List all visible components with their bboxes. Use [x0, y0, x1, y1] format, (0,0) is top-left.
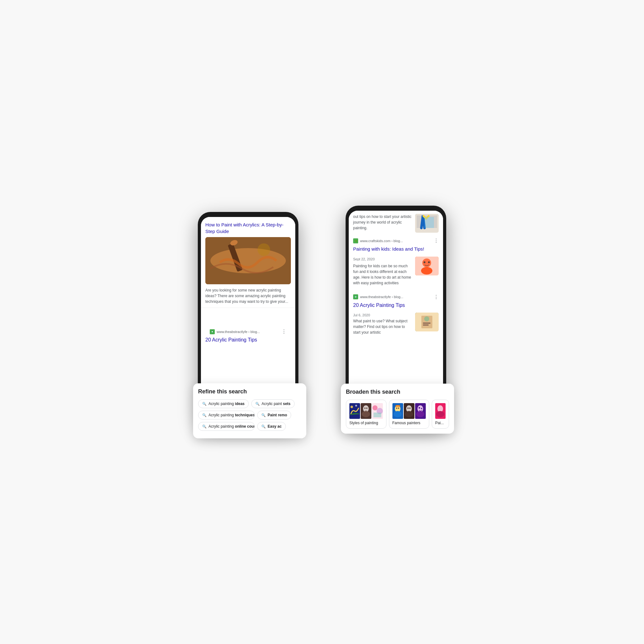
chip-text-bold-2: sets	[283, 402, 291, 406]
chip-text-2: Acrylic paint sets	[262, 402, 291, 406]
top-snippet-row: out tips on how to start your artistic j…	[349, 211, 443, 236]
source-line-abstractlyfe: www.theabstractlyfe › blog... ⋮	[349, 292, 443, 302]
svg-point-33	[373, 405, 378, 410]
chip-online-courses[interactable]: 🔍 Acrylic painting online courses	[198, 422, 255, 431]
svg-point-31	[366, 408, 368, 409]
broaden-topics-row: Styles of painting	[346, 400, 449, 429]
svg-point-14	[421, 267, 432, 275]
refine-chips-row-2: 🔍 Acrylic painting techniques 🔍 Paint re…	[198, 411, 301, 419]
more-options-icon[interactable]: ⋮	[281, 329, 286, 335]
topic-img-monaLisa	[361, 403, 371, 419]
chip-text-normal-4: Paint remo	[268, 413, 287, 417]
result-title-1[interactable]: How to Paint with Acrylics: A Step-by-St…	[205, 221, 291, 235]
result-title-abstractlyfe[interactable]: 20 Acrylic Painting Tips	[349, 302, 443, 310]
refine-chips-row-3: 🔍 Acrylic painting online courses 🔍 Easy…	[198, 422, 301, 431]
topic-partial[interactable]: Pai...	[432, 400, 449, 429]
svg-point-21	[424, 316, 429, 321]
svg-point-39	[396, 408, 397, 409]
svg-point-25	[351, 406, 353, 408]
chip-search-icon-6: 🔍	[261, 425, 266, 429]
svg-point-40	[398, 408, 399, 409]
svg-point-15	[424, 261, 425, 263]
chip-easy-ac[interactable]: 🔍 Easy ac	[257, 422, 286, 431]
craftskids-snippet: Painting for kids can be so much fun and…	[353, 263, 412, 286]
chip-text-bold-3: techniques	[235, 413, 255, 417]
refine-chips-row-1: 🔍 Acrylic painting ideas 🔍 Acrylic paint…	[198, 399, 301, 408]
chip-text-normal-6: Easy ac	[268, 424, 282, 429]
result-title-bottom[interactable]: 20 Acrylic Painting Tips	[205, 336, 291, 346]
abstractlyfe-snippet: What paint to use? What subject matter? …	[353, 318, 412, 335]
refine-card: Refine this search 🔍 Acrylic painting id…	[193, 383, 306, 438]
abstractlyfe-row: Jul 6, 2020 What paint to use? What subj…	[349, 313, 443, 339]
topic-label-partial: Pai...	[435, 421, 446, 425]
chip-text-4: Paint remo	[268, 413, 287, 417]
svg-point-13	[422, 258, 431, 267]
chip-text-5: Acrylic painting online courses	[208, 424, 255, 429]
kids-painting-img	[415, 257, 439, 275]
topic-styles-of-painting[interactable]: Styles of painting	[346, 400, 386, 429]
abstractlyfe-snippet-wrap: Jul 6, 2020 What paint to use? What subj…	[353, 313, 412, 336]
svg-point-54	[436, 411, 444, 417]
svg-point-51	[421, 408, 422, 409]
chip-search-icon-2: 🔍	[255, 402, 260, 406]
topic-famous-painters[interactable]: Famous painters	[389, 400, 430, 429]
chip-search-icon-5: 🔍	[202, 425, 207, 429]
topic-img-abstract	[372, 403, 383, 419]
chip-search-icon-4: 🔍	[261, 413, 266, 417]
abstractlyfe-result-right: www.theabstractlyfe › blog... ⋮ 20 Acryl…	[349, 292, 443, 339]
chip-search-icon-1: 🔍	[202, 402, 207, 406]
kids-painting-thumb	[415, 257, 439, 275]
top-snippet-text: out tips on how to start your artistic j…	[353, 214, 412, 231]
topic-label-painters: Famous painters	[392, 421, 426, 425]
topic-img-picasso	[415, 403, 426, 419]
chip-acrylic-paint-sets[interactable]: 🔍 Acrylic paint sets	[251, 399, 295, 408]
topic-img-vangogh	[392, 403, 403, 419]
topic-img-starry	[349, 403, 360, 419]
painting-tips-thumb	[415, 313, 439, 331]
result-snippet-1: Are you looking for some new acrylic pai…	[205, 287, 291, 304]
paint-brush-image	[205, 237, 291, 284]
source-favicon-bottom	[210, 329, 215, 334]
scene: How to Paint with Acrylics: A Step-by-St…	[180, 180, 464, 464]
chip-acrylic-painting-techniques[interactable]: 🔍 Acrylic painting techniques	[198, 411, 255, 419]
craftskids-row: Sept 22, 2020 Painting for kids can be s…	[349, 257, 443, 289]
abstractlyfe-date: Jul 6, 2020	[353, 313, 412, 318]
svg-point-46	[409, 408, 410, 409]
broaden-card: Broaden this search	[341, 384, 454, 434]
refine-card-title: Refine this search	[198, 388, 301, 395]
result-title-craftskids[interactable]: Painting with kids: Ideas and Tips!	[349, 246, 443, 254]
source-url-bottom: www.theabstractlyfe › blog...	[217, 330, 280, 334]
top-thumb-painting-wall	[415, 214, 439, 233]
svg-point-50	[419, 407, 420, 409]
chip-text-normal-1: Acrylic painting	[208, 402, 235, 406]
svg-point-4	[258, 243, 270, 256]
svg-rect-23	[423, 325, 429, 325]
svg-point-16	[428, 261, 430, 263]
svg-point-6	[212, 331, 213, 332]
topic-images-styles	[349, 403, 383, 419]
more-options-craftskids[interactable]: ⋮	[434, 238, 439, 244]
top-snippet-text-wrap: out tips on how to start your artistic j…	[353, 214, 412, 231]
source-line-bottom: www.theabstractlyfe › blog... ⋮	[205, 327, 291, 336]
chip-text-bold-5: online courses	[235, 424, 255, 429]
more-options-abstractlyfe[interactable]: ⋮	[434, 294, 439, 300]
craftskids-date: Sept 22, 2020	[353, 257, 412, 262]
chip-text-normal-3: Acrylic painting	[208, 413, 235, 417]
chip-text-bold-1: ideas	[235, 402, 245, 406]
chip-paint-removal[interactable]: 🔍 Paint remo	[257, 411, 291, 419]
source-favicon-abstractlyfe	[353, 294, 358, 299]
svg-point-29	[362, 411, 370, 417]
topic-images-partial	[435, 403, 446, 419]
topic-label-styles: Styles of painting	[349, 421, 383, 425]
source-line-craftskids: 🌿 www.craftskids.com › blog... ⋮	[349, 236, 443, 246]
svg-rect-41	[395, 405, 400, 407]
chip-acrylic-painting-ideas[interactable]: 🔍 Acrylic painting ideas	[198, 399, 249, 408]
topic-img-rembrandt	[404, 403, 414, 419]
result-card-1: How to Paint with Acrylics: A Step-by-St…	[201, 217, 295, 308]
chip-text-normal-2: Acrylic paint	[262, 402, 283, 406]
chip-text-6: Easy ac	[268, 424, 282, 429]
painting-wall-img	[415, 214, 439, 233]
svg-rect-22	[423, 323, 430, 324]
svg-point-30	[364, 408, 366, 409]
svg-point-49	[416, 411, 424, 417]
